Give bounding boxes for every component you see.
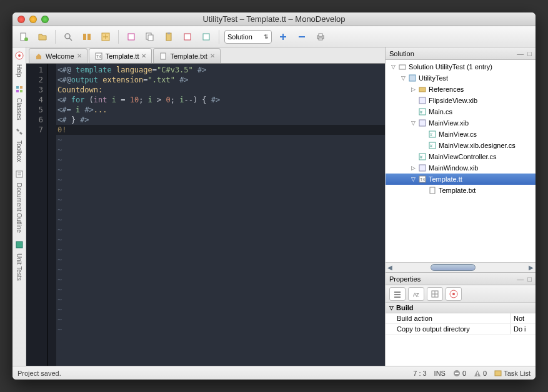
tree-node-template-tt[interactable]: ▽T4Template.tt <box>386 174 536 185</box>
props-grid-button[interactable] <box>427 287 443 301</box>
svg-rect-15 <box>319 34 322 36</box>
expand-icon[interactable]: ▽ <box>400 75 406 81</box>
expand-icon[interactable]: ▽ <box>410 120 416 126</box>
tree-node-mainview-xib[interactable]: ▽MainView.xib <box>386 117 536 129</box>
undo-button[interactable] <box>180 29 195 44</box>
close-tab-icon[interactable]: ✕ <box>210 52 215 59</box>
open-button[interactable] <box>35 29 50 44</box>
tree-node-template-txt[interactable]: Template.txt <box>386 185 536 196</box>
new-file-button[interactable] <box>16 29 31 44</box>
copy-button[interactable] <box>142 29 157 44</box>
tab-template-tt[interactable]: T4Template.tt✕ <box>89 48 152 63</box>
empty-line-tilde: ~ <box>57 255 382 265</box>
tree-label: Template.tt <box>429 175 462 183</box>
close-tab-icon[interactable]: ✕ <box>141 52 146 59</box>
property-row[interactable]: Copy to output directoryDo i <box>386 324 536 335</box>
svg-rect-20 <box>20 86 22 89</box>
cut-button[interactable] <box>124 29 139 44</box>
code-area[interactable]: <#@ template language="C#v3.5" #><#@outp… <box>56 64 385 366</box>
property-value[interactable]: Do i <box>511 324 536 334</box>
classes-pad-icon[interactable] <box>14 84 25 95</box>
toolbar: Solution ⇅ <box>12 26 536 47</box>
solution-hscroll[interactable]: ◀ ▶ <box>386 262 536 272</box>
property-row[interactable]: Build actionNot <box>386 313 536 324</box>
expand-icon[interactable]: ▽ <box>410 176 416 182</box>
tree-node-mainwindow-xib[interactable]: ▷MainWindow.xib <box>386 162 536 174</box>
tree-label: FlipsideView.xib <box>429 97 477 104</box>
cs-icon: # <box>418 107 427 116</box>
svg-rect-47 <box>394 292 401 293</box>
svg-point-18 <box>18 54 21 57</box>
svg-rect-59 <box>477 372 477 375</box>
replace-button[interactable] <box>98 29 113 44</box>
scroll-thumb[interactable] <box>431 264 476 271</box>
svg-rect-11 <box>167 32 170 34</box>
outline-pad-icon[interactable] <box>14 169 25 180</box>
tree-node-mainviewcontroller-cs[interactable]: #MainViewController.cs <box>386 151 536 162</box>
errors-chip[interactable]: 0 <box>453 370 466 377</box>
tests-pad-icon[interactable] <box>14 239 25 250</box>
svg-text:#: # <box>420 110 422 114</box>
panel-close-icon[interactable]: □ <box>527 275 532 283</box>
property-value[interactable]: Not <box>511 313 536 323</box>
empty-line-tilde: ~ <box>57 175 382 185</box>
t4-icon: T4 <box>418 175 427 184</box>
tab-template-txt[interactable]: Template.txt✕ <box>153 48 220 63</box>
tree-node-mainview-xib-designer-cs[interactable]: #MainView.xib.designer.cs <box>386 140 536 151</box>
tree-label: MainViewController.cs <box>429 153 497 160</box>
code-line: Countdown: <box>57 85 382 95</box>
panel-close-icon[interactable]: □ <box>527 50 532 57</box>
props-alpha-button[interactable]: Az <box>408 287 424 301</box>
paste-button[interactable] <box>161 29 176 44</box>
tree-node-mainview-cs[interactable]: #MainView.cs <box>386 129 536 140</box>
tree-label: UtilityTest <box>419 74 448 82</box>
cs-icon: # <box>418 152 427 161</box>
toolbox-pad-icon[interactable] <box>14 126 25 137</box>
panel-minimize-icon[interactable]: — <box>517 50 524 57</box>
scroll-right-icon[interactable]: ▶ <box>527 263 536 272</box>
classes-pad-label[interactable]: Classes <box>16 98 22 120</box>
svg-point-56 <box>452 293 455 295</box>
run-target-combo[interactable]: Solution ⇅ <box>224 30 272 44</box>
tree-node-utilitytest[interactable]: ▽UtilityTest <box>386 72 536 84</box>
props-help-button[interactable] <box>446 287 462 301</box>
props-categorized-button[interactable] <box>389 287 406 301</box>
code-line: <#= i #>... <box>57 105 382 115</box>
titlebar: UtilityTest – Template.tt – MonoDevelop <box>12 12 536 26</box>
close-tab-icon[interactable]: ✕ <box>77 52 82 59</box>
outline-pad-label[interactable]: Document Outline <box>16 183 22 233</box>
properties-panel-title: Properties <box>389 275 421 283</box>
find-button[interactable] <box>79 29 94 44</box>
empty-line-tilde: ~ <box>57 145 382 155</box>
expand-icon[interactable]: ▷ <box>410 86 416 92</box>
tree-node-main-cs[interactable]: #Main.cs <box>386 106 536 117</box>
tree-node-solution-utilitytest-1-entry-[interactable]: ▽Solution UtilityTest (1 entry) <box>386 61 536 72</box>
tab-label: Template.tt <box>106 52 139 60</box>
help-pad-label[interactable]: Help <box>16 64 22 77</box>
scroll-left-icon[interactable]: ◀ <box>386 263 394 272</box>
props-category-build[interactable]: ▽Build <box>386 303 536 313</box>
solution-tree[interactable]: ▽Solution UtilityTest (1 entry)▽UtilityT… <box>386 60 536 262</box>
svg-text:T4: T4 <box>420 177 425 182</box>
toolbox-pad-label[interactable]: Toolbox <box>16 140 22 162</box>
warnings-chip[interactable]: 0 <box>474 370 487 377</box>
redo-button[interactable] <box>199 29 214 44</box>
print-button[interactable] <box>313 29 328 44</box>
remove-button[interactable] <box>294 29 309 44</box>
empty-line-tilde: ~ <box>57 305 382 315</box>
expand-icon[interactable]: ▽ <box>390 64 396 70</box>
code-editor[interactable]: 1234567 <#@ template language="C#v3.5" #… <box>26 64 385 366</box>
panel-minimize-icon[interactable]: — <box>517 275 524 283</box>
help-pad-icon[interactable] <box>14 50 25 61</box>
code-line: <#@ template language="C#v3.5" #> <box>57 65 382 75</box>
tree-node-references[interactable]: ▷References <box>386 84 536 95</box>
add-button[interactable] <box>276 29 291 44</box>
svg-text:z: z <box>416 292 419 298</box>
task-list-button[interactable]: Task List <box>494 370 531 377</box>
expand-icon[interactable]: ▷ <box>410 165 416 171</box>
tests-pad-label[interactable]: Unit Tests <box>16 253 22 281</box>
line-number: 7 <box>26 125 43 135</box>
tree-node-flipsideview-xib[interactable]: FlipsideView.xib <box>386 95 536 106</box>
tab-welcome[interactable]: Welcome✕ <box>29 48 87 63</box>
zoom-icon[interactable] <box>61 29 76 44</box>
